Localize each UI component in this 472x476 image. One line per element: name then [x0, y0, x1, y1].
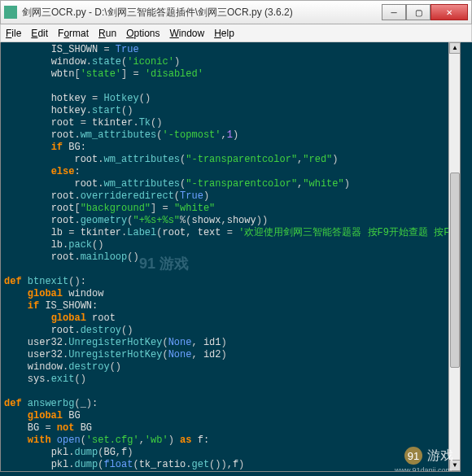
code-line[interactable]: if IS_SHOWN:	[4, 471, 457, 472]
code-line[interactable]	[4, 81, 457, 93]
code-editor[interactable]: IS_SHOWN = True window.state('iconic') w…	[0, 42, 461, 472]
window-controls: ─ ▢ ✕	[382, 4, 468, 20]
code-line[interactable]: root.geometry("+%s+%s"%(showx,showy))	[4, 215, 457, 227]
scroll-thumb[interactable]	[450, 172, 460, 368]
python-idle-icon	[4, 6, 17, 19]
menubar: File Edit Format Run Options Window Help	[0, 24, 472, 42]
code-line[interactable]: root.mainloop()	[4, 251, 457, 264]
code-line[interactable]: sys.exit()	[4, 373, 457, 386]
code-line[interactable]	[4, 264, 457, 276]
code-line[interactable]: IS_SHOWN = True	[4, 44, 457, 56]
code-line[interactable]: pkl.dump(float(tk_ratio.get()),f)	[4, 459, 457, 471]
brand-url: www.91danji.com	[395, 466, 452, 472]
code-line[interactable]: lb = tkinter.Label(root, text = '欢迎使用剑网三…	[4, 227, 457, 239]
code-line[interactable]: root.wm_attributes('-topmost',1)	[4, 129, 457, 142]
menu-format[interactable]: Format	[58, 28, 89, 39]
menu-window[interactable]: Window	[170, 28, 205, 39]
code-line[interactable]: lb.pack()	[4, 239, 457, 251]
code-line[interactable]: wbtn['state'] = 'disabled'	[4, 68, 457, 81]
code-line[interactable]: root.destroy()	[4, 325, 457, 337]
code-line[interactable]: def answerbg(_):	[4, 398, 457, 410]
code-line[interactable]: hotkey = Hotkey()	[4, 93, 457, 105]
code-line[interactable]: if IS_SHOWN:	[4, 300, 457, 312]
code-line[interactable]: global root	[4, 312, 457, 325]
code-line[interactable]: user32.UnregisterHotKey(None, id1)	[4, 337, 457, 349]
minimize-button[interactable]: ─	[382, 4, 406, 20]
scroll-up-arrow-icon[interactable]: ▲	[449, 42, 461, 54]
code-line[interactable]: root.wm_attributes("-transparentcolor","…	[4, 154, 457, 166]
titlebar[interactable]: 剑网三OCR.py - D:\剑网三智能答题插件\剑网三OCR.py (3.6.…	[0, 0, 472, 24]
code-line[interactable]: hotkey.start()	[4, 105, 457, 117]
maximize-button[interactable]: ▢	[406, 4, 430, 20]
code-line[interactable]: root.wm_attributes("-transparentcolor","…	[4, 178, 457, 190]
code-line[interactable]: pkl.dump(BG,f)	[4, 447, 457, 459]
menu-help[interactable]: Help	[214, 28, 234, 39]
code-line[interactable]: user32.UnregisterHotKey(None, id2)	[4, 349, 457, 361]
code-line[interactable]: def btnexit():	[4, 276, 457, 288]
menu-options[interactable]: Options	[126, 28, 160, 39]
menu-edit[interactable]: Edit	[31, 28, 48, 39]
code-line[interactable]: window.destroy()	[4, 361, 457, 373]
window-title: 剑网三OCR.py - D:\剑网三智能答题插件\剑网三OCR.py (3.6.…	[22, 6, 382, 20]
code-line[interactable]: if BG:	[4, 142, 457, 154]
code-line[interactable]: global window	[4, 288, 457, 300]
code-line[interactable]: BG = not BG	[4, 422, 457, 435]
code-line[interactable]: root["background"] = "white"	[4, 203, 457, 215]
code-line[interactable]: root.overrideredirect(True)	[4, 190, 457, 203]
code-line[interactable]: global BG	[4, 410, 457, 422]
menu-run[interactable]: Run	[98, 28, 116, 39]
code-line[interactable]: else:	[4, 166, 457, 178]
code-area[interactable]: IS_SHOWN = True window.state('iconic') w…	[1, 42, 460, 472]
code-line[interactable]: with open('set.cfg','wb') as f:	[4, 435, 457, 447]
menu-file[interactable]: File	[6, 28, 21, 39]
code-line[interactable]	[4, 386, 457, 398]
vertical-scrollbar[interactable]: ▲ ▼	[448, 42, 460, 471]
code-line[interactable]: root = tkinter.Tk()	[4, 117, 457, 129]
code-line[interactable]: window.state('iconic')	[4, 56, 457, 68]
close-button[interactable]: ✕	[430, 4, 468, 20]
